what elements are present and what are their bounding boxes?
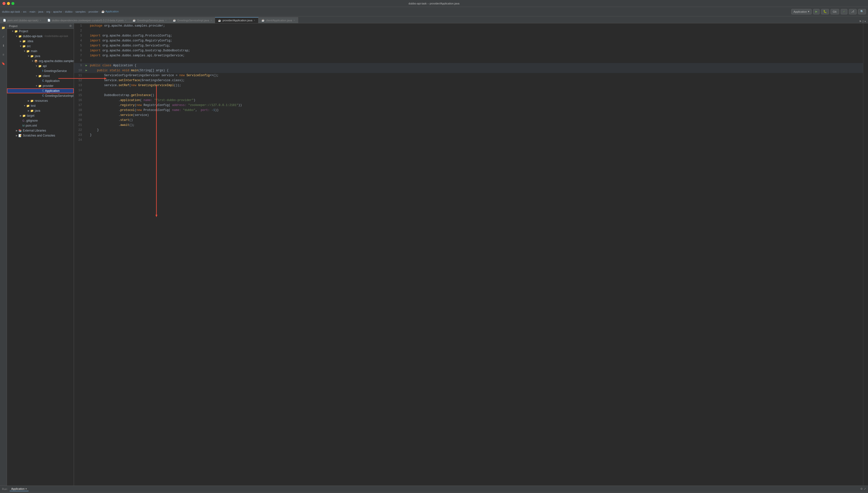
debug-button[interactable]: 🐛 (821, 9, 829, 15)
git-check-icon[interactable]: ✓ (841, 9, 847, 15)
code-line-21: 21 .await(); (74, 123, 863, 128)
tree-item-provider-application[interactable]: C Application (7, 88, 74, 93)
java-file-icon: ☕ (132, 19, 135, 22)
side-icon-panel: 📁 ✓ ⬇ ≡ 🔖 (0, 23, 7, 486)
code-line-22: 22 } (74, 128, 863, 132)
breadcrumb-part[interactable]: org (46, 10, 50, 13)
expand-arrow: ▼ (35, 64, 38, 68)
class-icon: C (42, 93, 44, 98)
tree-item-main[interactable]: ▼ 📁 main (7, 49, 74, 53)
tab-label: provider/Application.java (223, 19, 252, 22)
tree-item-external-libs[interactable]: ▶ 📚 External Libraries (7, 128, 74, 133)
expand-arrow: ▼ (15, 34, 18, 39)
close-tab-icon[interactable]: × (254, 19, 255, 22)
breadcrumb-part[interactable]: provider (88, 10, 98, 13)
tree-item-label: Project (19, 29, 28, 34)
folder-icon: 📁 (22, 113, 26, 118)
code-line-19: 19 .service(service) (74, 113, 863, 118)
tree-item-test[interactable]: ▼ 📁 test (7, 103, 74, 108)
breadcrumb-part[interactable]: dubbo-api-task (2, 10, 20, 13)
breadcrumb-part[interactable]: main (29, 10, 36, 13)
xml-file-icon: 📄 (47, 19, 50, 22)
tree-item-label: GreetingsServiceImpl (45, 93, 73, 98)
run-output-panel: Run: Application × ⚙ ⤢ ↺ ■ ↓ 🖨 🗑 15:51:4… (0, 486, 868, 493)
breadcrumb-part[interactable]: dubbo (65, 10, 73, 13)
tree-item-api[interactable]: ▼ 📁 api (7, 64, 74, 68)
code-line-17: 17 .registry(new RegistryConfig( address… (74, 103, 863, 108)
close-tab-icon[interactable]: × (125, 19, 126, 22)
tab-greetings[interactable]: ☕ GreetingsService.java × (130, 17, 170, 23)
close-tab-icon[interactable]: × (165, 19, 167, 22)
tree-item-java[interactable]: ▼ 📁 java (7, 53, 74, 59)
tree-item-test-java[interactable]: ▶ 📁 java (7, 108, 74, 113)
editor-tabbar: 📄 pom.xml (dubbo-api-task) × 📄 dubbo-dep… (0, 16, 868, 23)
close-button[interactable] (2, 2, 5, 5)
tree-item-dubbo-api-task[interactable]: ▼ 📁 dubbo-api-task ~/code/dubbo-api-task (7, 34, 74, 39)
tree-item-gitignore[interactable]: G .gitignore (7, 118, 74, 123)
tree-item-project[interactable]: ▼ 📁 Project (7, 29, 74, 34)
maximize-button[interactable] (12, 2, 15, 5)
tree-item-client[interactable]: ▼ 📁 client (7, 73, 74, 79)
libs-icon: 📚 (18, 128, 22, 133)
sidebar-icon-project[interactable]: 📁 (1, 25, 6, 30)
project-settings-icon[interactable]: ⚙ (69, 24, 72, 27)
expand-arrow: ▶ (27, 108, 30, 113)
close-tab-icon[interactable]: × (294, 19, 295, 22)
tree-item-pom[interactable]: M pom.xml (7, 123, 74, 128)
tree-item-src[interactable]: ▼ 📁 src (7, 44, 74, 49)
tree-item-label: resources (35, 99, 48, 103)
git-branch-button[interactable]: ⎇ (849, 9, 856, 15)
package-icon: 📦 (34, 59, 38, 63)
tab-pom[interactable]: 📄 pom.xml (dubbo-api-task) × (0, 17, 44, 23)
run-config-selector[interactable]: Application ▾ (791, 9, 812, 15)
tree-item-greetings-impl[interactable]: C GreetingsServiceImpl (7, 93, 74, 98)
tab-client-application[interactable]: ☕ client/Application.java × (258, 17, 298, 23)
expand-arrow: ▼ (35, 84, 38, 88)
tree-item-label: java (35, 108, 40, 113)
run-tab-application[interactable]: Application × (10, 487, 28, 491)
sidebar-icon-structure[interactable]: ≡ (1, 52, 6, 57)
tree-item-provider[interactable]: ▼ 📁 provider (7, 83, 74, 88)
tree-item-label: dubbo-api-task (23, 34, 42, 39)
close-tab-icon[interactable]: × (211, 19, 212, 22)
folder-icon: 📁 (18, 34, 22, 39)
class-icon: C (42, 89, 44, 93)
tree-item-idea[interactable]: ▶ 📁 .idea (7, 39, 74, 44)
tab-greetingsimpl[interactable]: ☕ GreetingsServiceImpl.java × (170, 17, 215, 23)
sidebar-icon-pull[interactable]: ⬇ (1, 43, 6, 48)
tree-item-client-application[interactable]: C Application (7, 79, 74, 83)
code-area[interactable]: 1 package org.apache.dubbo.samples.provi… (74, 23, 863, 486)
sidebar-icon-commit[interactable]: ✓ (1, 34, 6, 39)
breadcrumb-part[interactable]: apache (53, 10, 62, 13)
close-tab-icon[interactable]: × (40, 19, 41, 22)
code-line-5: 5 import org.apache.dubbo.config.Service… (74, 43, 863, 48)
tree-item-greetings-service[interactable]: I GreetingsService (7, 68, 74, 73)
tree-item-package[interactable]: ▼ 📦 org.apache.dubbo.samples (7, 59, 74, 64)
traffic-lights (2, 2, 15, 5)
settings-icon[interactable]: ⚙ (860, 487, 863, 491)
breadcrumb-part[interactable]: samples (76, 10, 86, 13)
tree-item-target[interactable]: ▶ 📁 target (7, 113, 74, 118)
tree-item-scratches[interactable]: ▶ 📝 Scratches and Consoles (7, 133, 74, 138)
code-line-9: 9 ▶ public class Application { (74, 63, 863, 68)
sidebar-icon-bookmarks[interactable]: 🔖 (1, 61, 6, 66)
tab-provider-application[interactable]: ☕ provider/Application.java × (215, 17, 258, 23)
run-gutter-icon[interactable]: ▶ (85, 68, 87, 73)
run-button[interactable]: ▶ (813, 9, 820, 15)
breadcrumb-part[interactable]: src (23, 10, 26, 13)
tab-label: pom.xml (dubbo-api-task) (7, 19, 39, 22)
java-file-icon: ☕ (173, 19, 176, 22)
tree-item-resources[interactable]: ▶ 📁 resources (7, 98, 74, 103)
tab-label: GreetingsServiceImpl.java (177, 19, 209, 22)
tree-item-label: test (31, 104, 36, 108)
tree-item-label: main (31, 49, 37, 53)
run-gutter-icon[interactable]: ▶ (85, 63, 87, 68)
search-everywhere-button[interactable]: 🔍 (858, 9, 866, 15)
expand-icon[interactable]: ⤢ (864, 487, 866, 491)
tab-deps[interactable]: 📄 dubbo-dependencies-zookeeper-curator5-… (44, 17, 130, 23)
minimize-button[interactable] (7, 2, 10, 5)
code-line-13: 13 service.setRef(new GreetingsServiceIm… (74, 83, 863, 88)
tree-item-label: Scratches and Consoles (23, 133, 55, 138)
expand-arrow: ▼ (27, 54, 30, 58)
breadcrumb-part[interactable]: java (38, 10, 43, 13)
